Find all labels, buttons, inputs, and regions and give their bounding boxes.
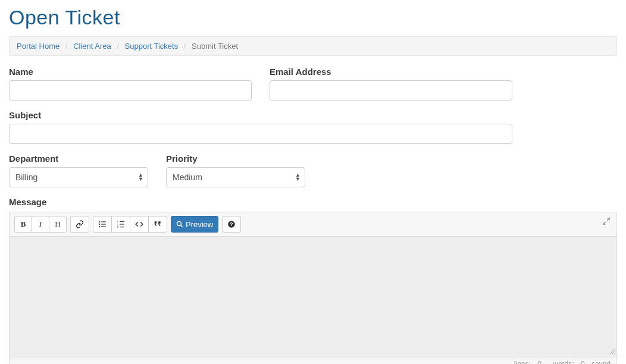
email-label: Email Address	[270, 67, 512, 77]
svg-line-13	[181, 225, 183, 227]
priority-label: Priority	[166, 153, 305, 164]
breadcrumb: Portal Home / Client Area / Support Tick…	[9, 36, 617, 56]
code-icon	[135, 220, 143, 228]
quote-icon	[154, 220, 162, 228]
svg-point-12	[177, 222, 181, 226]
breadcrumb-separator: /	[180, 42, 190, 51]
svg-rect-11	[120, 227, 124, 227]
page-title: Open Ticket	[9, 6, 617, 29]
link-button[interactable]	[70, 216, 89, 233]
breadcrumb-support-tickets[interactable]: Support Tickets	[125, 42, 179, 51]
svg-rect-10	[120, 224, 124, 224]
editor-statusbar: lines: 0 words: 0 saved	[10, 357, 616, 364]
fullscreen-button[interactable]	[602, 217, 611, 227]
subject-label: Subject	[9, 110, 512, 120]
status-words: words: 0	[548, 360, 584, 364]
svg-rect-9	[120, 221, 124, 222]
list-ul-icon	[98, 220, 107, 228]
help-button[interactable]: ?	[222, 216, 241, 233]
svg-line-19	[612, 351, 615, 354]
bold-button[interactable]: B	[14, 216, 32, 233]
editor-toolbar: B I H 123	[10, 212, 616, 237]
svg-rect-4	[101, 224, 106, 224]
message-label: Message	[9, 197, 617, 207]
ordered-list-button[interactable]: 123	[111, 216, 130, 233]
breadcrumb-portal-home[interactable]: Portal Home	[17, 42, 60, 51]
breadcrumb-submit-ticket: Submit Ticket	[192, 42, 238, 51]
search-icon	[176, 221, 183, 228]
svg-line-18	[609, 349, 615, 354]
link-icon	[76, 220, 84, 228]
name-label: Name	[9, 67, 252, 77]
department-label: Department	[9, 153, 148, 164]
preview-button-label: Preview	[186, 220, 213, 229]
subject-input[interactable]	[9, 124, 512, 144]
resize-handle-icon	[609, 349, 615, 356]
svg-text:?: ?	[230, 222, 233, 227]
quote-button[interactable]	[148, 216, 167, 233]
status-saved: saved	[591, 360, 611, 364]
status-lines: lines: 0	[509, 360, 542, 364]
breadcrumb-separator: /	[113, 42, 123, 51]
code-button[interactable]	[130, 216, 149, 233]
italic-button[interactable]: I	[32, 216, 49, 233]
priority-select[interactable]: Medium	[166, 167, 305, 187]
message-editor: B I H 123	[9, 212, 617, 364]
help-icon: ?	[227, 220, 236, 228]
department-select[interactable]: Billing	[9, 167, 148, 187]
email-input[interactable]	[270, 80, 512, 101]
svg-point-2	[99, 226, 100, 227]
name-input[interactable]	[9, 80, 252, 101]
svg-rect-3	[101, 221, 106, 222]
message-textarea[interactable]	[10, 237, 616, 357]
unordered-list-button[interactable]	[93, 216, 112, 233]
breadcrumb-client-area[interactable]: Client Area	[73, 42, 111, 51]
svg-rect-5	[101, 227, 106, 227]
svg-point-0	[99, 221, 100, 222]
breadcrumb-separator: /	[62, 42, 71, 51]
heading-button[interactable]: H	[49, 216, 67, 233]
svg-point-1	[99, 224, 100, 225]
svg-text:3: 3	[117, 225, 119, 228]
svg-line-20	[614, 353, 615, 354]
list-ol-icon: 123	[117, 220, 125, 228]
preview-button[interactable]: Preview	[171, 216, 218, 233]
